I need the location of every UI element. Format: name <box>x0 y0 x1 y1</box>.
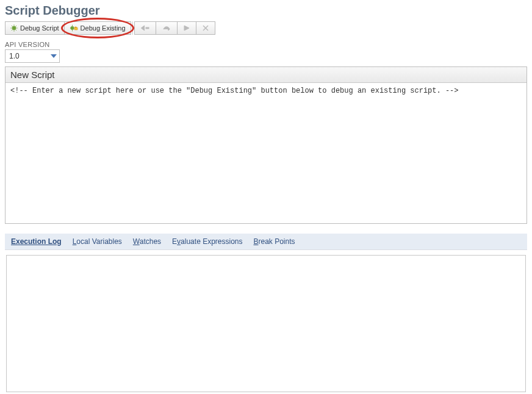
play-icon <box>184 25 190 31</box>
api-version-field: API VERSION 1.0 <box>5 41 527 63</box>
output-panel[interactable] <box>6 255 526 392</box>
toolbar: Debug Script Debug Existing <box>5 21 527 35</box>
svg-line-7 <box>12 30 13 31</box>
step-back-button[interactable] <box>134 21 156 35</box>
debug-tabs: Execution Log Local Variables Watches Ev… <box>5 234 527 250</box>
debug-existing-label: Debug Existing <box>81 24 126 32</box>
svg-point-9 <box>70 26 74 30</box>
api-version-select[interactable]: 1.0 <box>5 49 60 63</box>
svg-rect-14 <box>74 27 76 27</box>
bug-open-icon <box>70 24 78 32</box>
svg-point-0 <box>12 26 16 30</box>
debug-existing-button[interactable]: Debug Existing <box>65 21 131 35</box>
svg-rect-15 <box>146 27 149 29</box>
step-over-icon <box>162 25 171 31</box>
svg-line-8 <box>16 30 17 31</box>
editor-title: New Script <box>5 67 527 83</box>
tab-break-points[interactable]: Break Points <box>254 237 295 246</box>
tab-watches[interactable]: Watches <box>133 237 161 246</box>
continue-button[interactable] <box>178 21 196 35</box>
tab-execution-log[interactable]: Execution Log <box>11 237 62 246</box>
script-editor: New Script <!-- Enter a new script here … <box>5 66 527 224</box>
bug-icon <box>10 24 18 32</box>
svg-marker-17 <box>184 26 189 30</box>
stop-button[interactable] <box>196 21 215 35</box>
step-back-icon <box>141 25 149 31</box>
step-over-button[interactable] <box>156 21 178 35</box>
page-title: Script Debugger <box>5 4 527 18</box>
svg-line-5 <box>12 26 13 27</box>
svg-line-6 <box>16 26 17 27</box>
toolbar-separator <box>132 21 133 35</box>
tab-local-variables[interactable]: Local Variables <box>73 237 122 246</box>
debug-script-label: Debug Script <box>20 24 59 32</box>
api-version-label: API VERSION <box>5 41 527 48</box>
api-version-value: 1.0 <box>9 52 20 60</box>
editor-textarea[interactable]: <!-- Enter a new script here or use the … <box>5 83 527 223</box>
tab-evaluate-expressions[interactable]: Evaluate Expressions <box>172 237 242 246</box>
close-icon <box>203 25 209 31</box>
debug-script-button[interactable]: Debug Script <box>5 21 65 35</box>
